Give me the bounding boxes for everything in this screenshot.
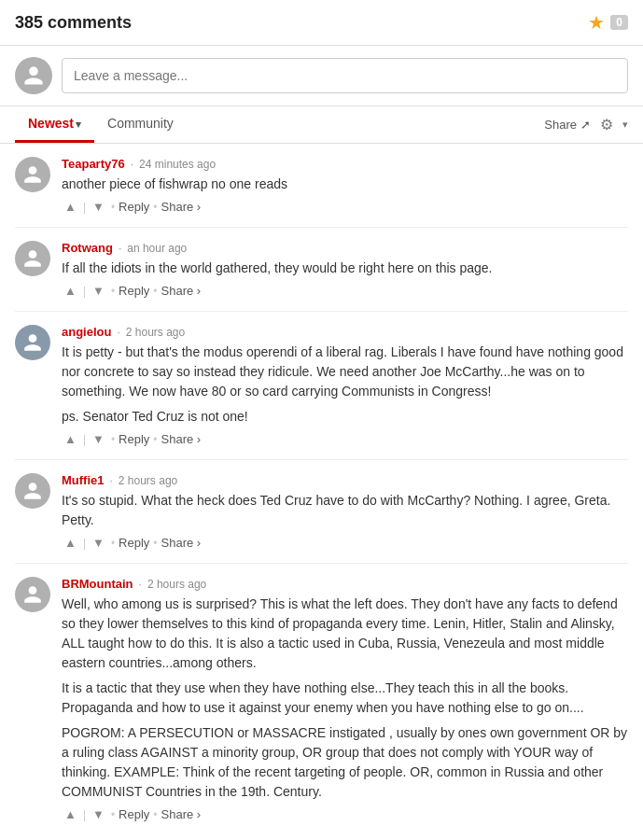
comment-separator: · bbox=[117, 326, 119, 339]
vote-down-button[interactable]: ▼ bbox=[90, 200, 107, 214]
comment-separator: · bbox=[131, 158, 133, 171]
star-icon[interactable]: ★ bbox=[588, 11, 605, 34]
comment-actions: ▲ | ▼ • Reply • Share › bbox=[62, 432, 628, 446]
vote-down-button[interactable]: ▼ bbox=[90, 432, 107, 446]
comment-time: 24 minutes ago bbox=[139, 158, 216, 171]
share-action-button[interactable]: Share › bbox=[161, 432, 202, 446]
share-action-button[interactable]: Share › bbox=[161, 536, 202, 550]
action-sep3: • bbox=[153, 537, 157, 550]
vote-up-button[interactable]: ▲ bbox=[62, 284, 79, 298]
comment-avatar bbox=[15, 241, 50, 276]
user-avatar bbox=[15, 57, 52, 94]
star-count: 0 bbox=[610, 15, 628, 30]
vote-down-button[interactable]: ▼ bbox=[90, 284, 107, 298]
action-sep3: • bbox=[153, 808, 157, 821]
tab-newest[interactable]: Newest▾ bbox=[15, 106, 94, 143]
comment-item: Muffie1·2 hours agoIt's so stupid. What … bbox=[15, 460, 628, 564]
reply-button[interactable]: Reply bbox=[119, 432, 149, 446]
comment-meta: angielou·2 hours ago bbox=[62, 325, 628, 339]
comment-actions: ▲ | ▼ • Reply • Share › bbox=[62, 807, 628, 821]
share-action-button[interactable]: Share › bbox=[161, 284, 202, 298]
action-sep2: • bbox=[111, 201, 115, 214]
settings-dropdown: ▾ bbox=[622, 119, 628, 131]
avatar-icon bbox=[22, 64, 45, 87]
reply-button[interactable]: Reply bbox=[119, 200, 149, 214]
action-sep3: • bbox=[153, 285, 157, 298]
comment-item: Rotwang·an hour agoIf all the idiots in … bbox=[15, 228, 628, 312]
avatar-person-icon bbox=[22, 248, 43, 269]
comment-username[interactable]: angielou bbox=[62, 325, 111, 339]
comment-username[interactable]: Rotwang bbox=[62, 241, 113, 255]
comment-text: Well, who among us is surprised? This is… bbox=[62, 595, 628, 802]
avatar-person-icon bbox=[22, 481, 43, 501]
vote-up-button[interactable]: ▲ bbox=[62, 200, 79, 214]
comment-body: angielou·2 hours agoIt is petty - but th… bbox=[62, 325, 628, 446]
comment-body: Teaparty76·24 minutes agoanother piece o… bbox=[62, 157, 628, 214]
action-sep3: • bbox=[153, 433, 157, 446]
reply-button[interactable]: Reply bbox=[119, 807, 149, 821]
comment-actions: ▲ | ▼ • Reply • Share › bbox=[62, 200, 628, 214]
share-action-button[interactable]: Share › bbox=[161, 807, 202, 821]
vote-down-button[interactable]: ▼ bbox=[90, 807, 107, 821]
comment-text: another piece of fishwrap no one reads bbox=[62, 175, 628, 194]
comments-count: 385 comments bbox=[15, 13, 132, 33]
tabs-right: Share ➚ ⚙ ▾ bbox=[544, 116, 628, 133]
comment-avatar bbox=[15, 157, 50, 192]
action-sep: | bbox=[83, 537, 86, 550]
comment-text: It is petty - but that's the modus opere… bbox=[62, 343, 628, 427]
comment-time: 2 hours ago bbox=[126, 326, 185, 339]
comment-time: an hour ago bbox=[127, 242, 187, 255]
reply-button[interactable]: Reply bbox=[119, 284, 149, 298]
action-sep2: • bbox=[111, 285, 115, 298]
share-arrow-icon: › bbox=[197, 200, 201, 214]
comment-separator: · bbox=[119, 242, 121, 255]
action-sep: | bbox=[83, 201, 86, 214]
share-arrow-icon: › bbox=[197, 536, 201, 550]
action-sep: | bbox=[83, 808, 86, 821]
comment-item: Teaparty76·24 minutes agoanother piece o… bbox=[15, 144, 628, 228]
comment-meta: Teaparty76·24 minutes ago bbox=[62, 157, 628, 171]
comment-username[interactable]: BRMountain bbox=[62, 577, 133, 591]
action-sep3: • bbox=[153, 201, 157, 214]
comment-actions: ▲ | ▼ • Reply • Share › bbox=[62, 536, 628, 550]
avatar-person-icon bbox=[22, 332, 43, 353]
action-sep: | bbox=[83, 285, 86, 298]
comment-item: BRMountain·2 hours agoWell, who among us… bbox=[15, 564, 628, 834]
action-sep2: • bbox=[111, 433, 115, 446]
message-input-row bbox=[0, 46, 643, 106]
share-arrow-icon: › bbox=[197, 432, 201, 446]
header: 385 comments ★ 0 bbox=[0, 0, 643, 46]
comment-time: 2 hours ago bbox=[119, 474, 177, 487]
tab-community[interactable]: Community bbox=[94, 106, 187, 143]
comment-avatar bbox=[15, 577, 50, 612]
settings-icon[interactable]: ⚙ bbox=[600, 116, 613, 133]
comment-time: 2 hours ago bbox=[147, 578, 206, 591]
vote-up-button[interactable]: ▲ bbox=[62, 536, 79, 550]
share-icon: ➚ bbox=[580, 118, 591, 132]
comment-avatar bbox=[15, 325, 50, 360]
message-input[interactable] bbox=[62, 58, 628, 93]
comment-item: angielou·2 hours agoIt is petty - but th… bbox=[15, 312, 628, 460]
comment-username[interactable]: Muffie1 bbox=[62, 473, 105, 487]
comment-text: It's so stupid. What the heck does Ted C… bbox=[62, 491, 628, 530]
comment-body: Muffie1·2 hours agoIt's so stupid. What … bbox=[62, 473, 628, 550]
action-sep2: • bbox=[111, 808, 115, 821]
reply-button[interactable]: Reply bbox=[119, 536, 149, 550]
header-right: ★ 0 bbox=[588, 11, 628, 34]
vote-up-button[interactable]: ▲ bbox=[62, 432, 79, 446]
comment-meta: Muffie1·2 hours ago bbox=[62, 473, 628, 487]
action-sep: | bbox=[83, 433, 86, 446]
comment-actions: ▲ | ▼ • Reply • Share › bbox=[62, 284, 628, 298]
avatar-person-icon bbox=[22, 164, 43, 185]
tabs-row: Newest▾ Community Share ➚ ⚙ ▾ bbox=[0, 106, 643, 144]
vote-down-button[interactable]: ▼ bbox=[90, 536, 107, 550]
comment-username[interactable]: Teaparty76 bbox=[62, 157, 125, 171]
share-arrow-icon: › bbox=[197, 284, 201, 298]
vote-up-button[interactable]: ▲ bbox=[62, 807, 79, 821]
share-action-button[interactable]: Share › bbox=[161, 200, 202, 214]
comment-meta: BRMountain·2 hours ago bbox=[62, 577, 628, 591]
share-button[interactable]: Share ➚ bbox=[544, 118, 591, 132]
comments-list: Teaparty76·24 minutes agoanother piece o… bbox=[0, 144, 643, 834]
share-arrow-icon: › bbox=[197, 807, 201, 821]
tabs-left: Newest▾ Community bbox=[15, 106, 187, 143]
